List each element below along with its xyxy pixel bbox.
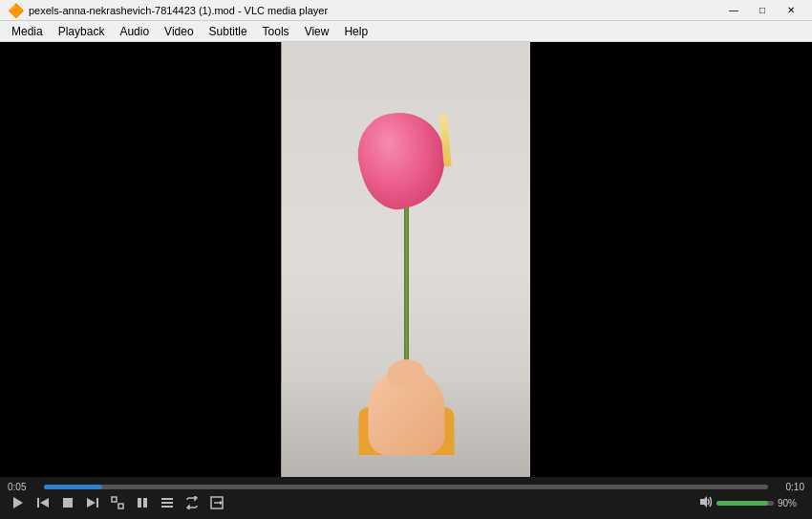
progress-row: 0:05 0:10: [8, 481, 804, 492]
volume-control: 90%: [699, 495, 804, 511]
play-icon: [11, 496, 25, 509]
svg-rect-9: [143, 498, 147, 508]
svg-rect-11: [161, 502, 173, 504]
next-icon: [86, 496, 99, 509]
title-bar-left: 🔶 pexels-anna-nekrashevich-7814423 (1).m…: [8, 3, 328, 18]
time-total: 0:10: [776, 482, 804, 492]
speaker-icon: [699, 495, 713, 508]
black-bar-left: [0, 42, 282, 477]
menu-bar: Media Playback Audio Video Subtitle Tool…: [0, 21, 812, 42]
video-frame: [282, 42, 531, 477]
extended-icon: [210, 496, 224, 509]
flower-head: [359, 112, 445, 207]
progress-bar-fill: [44, 485, 102, 489]
vlc-logo-icon: 🔶: [8, 3, 23, 18]
menu-item-media[interactable]: Media: [4, 21, 51, 42]
play-button[interactable]: [8, 492, 29, 513]
maximize-button[interactable]: □: [749, 2, 776, 19]
menu-item-playback[interactable]: Playback: [51, 21, 113, 42]
menu-item-view[interactable]: View: [297, 21, 337, 42]
progress-bar[interactable]: [44, 485, 768, 489]
menu-item-video[interactable]: Video: [157, 21, 201, 42]
svg-rect-8: [138, 498, 141, 508]
stop-button[interactable]: [57, 492, 78, 513]
playlist-icon: [160, 496, 174, 509]
extended-button[interactable]: [206, 492, 227, 513]
loop-icon: [185, 496, 199, 509]
previous-icon: [36, 496, 50, 509]
buttons-row: 90%: [8, 492, 804, 513]
title-bar: 🔶 pexels-anna-nekrashevich-7814423 (1).m…: [0, 0, 812, 21]
window-controls: — □ ✕: [720, 2, 804, 19]
menu-item-audio[interactable]: Audio: [112, 21, 157, 42]
fullscreen-button[interactable]: [107, 492, 128, 513]
svg-marker-16: [700, 496, 707, 508]
loop-button[interactable]: [182, 492, 203, 513]
menu-item-tools[interactable]: Tools: [255, 21, 297, 42]
svg-rect-7: [118, 504, 123, 508]
previous-button[interactable]: [32, 492, 53, 513]
video-area: [0, 42, 812, 477]
svg-rect-6: [112, 497, 117, 502]
left-controls: [8, 492, 227, 513]
svg-marker-5: [87, 498, 96, 508]
time-current: 0:05: [8, 482, 36, 492]
volume-bar[interactable]: [716, 501, 774, 506]
svg-rect-12: [161, 506, 173, 508]
menu-item-help[interactable]: Help: [336, 21, 375, 42]
pause-icon: [136, 496, 149, 509]
svg-rect-3: [63, 498, 73, 508]
black-bar-right: [530, 42, 812, 477]
window-title: pexels-anna-nekrashevich-7814423 (1).mod…: [29, 5, 328, 16]
close-button[interactable]: ✕: [778, 2, 804, 19]
hand: [349, 331, 463, 455]
volume-bar-fill: [716, 501, 768, 506]
fullscreen-icon: [111, 496, 124, 509]
svg-rect-10: [161, 498, 173, 500]
minimize-button[interactable]: —: [720, 2, 747, 19]
volume-icon[interactable]: [699, 495, 713, 511]
flower-scene: [282, 42, 531, 477]
volume-label: 90%: [778, 498, 804, 508]
right-controls: 90%: [699, 495, 804, 511]
svg-rect-4: [96, 498, 98, 508]
playlist-button[interactable]: [157, 492, 178, 513]
next-button[interactable]: [82, 492, 103, 513]
controls-area: 0:05 0:10: [0, 477, 812, 519]
menu-item-subtitle[interactable]: Subtitle: [202, 21, 255, 42]
pause-frame-button[interactable]: [132, 492, 153, 513]
svg-rect-1: [37, 498, 39, 508]
svg-marker-2: [40, 498, 49, 508]
stop-icon: [61, 496, 75, 509]
svg-marker-0: [13, 497, 23, 508]
